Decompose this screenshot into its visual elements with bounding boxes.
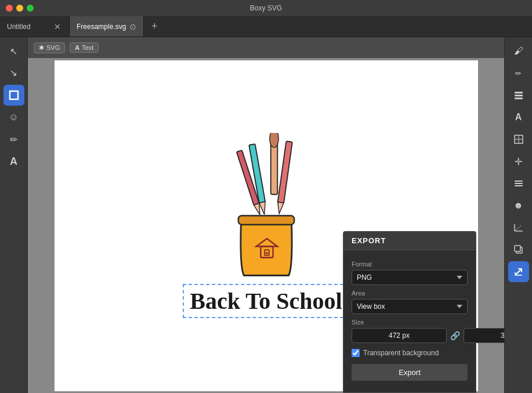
svg-line-25: [515, 225, 522, 231]
direct-select-icon: ↖: [10, 68, 17, 79]
tab-untitled-label: Untitled: [7, 23, 31, 31]
pen-icon: ✏: [10, 134, 17, 145]
rect-tool-button[interactable]: [3, 85, 24, 106]
canvas-text-element[interactable]: Back To School: [183, 284, 349, 318]
export-panel: EXPORT Format PNG SVG JPG PDF Area View …: [343, 231, 476, 393]
area-select[interactable]: View box Selection Page: [352, 299, 468, 314]
svg-rect-20: [515, 181, 523, 182]
svg-rect-9: [238, 216, 294, 225]
direct-select-tool-button[interactable]: ↖: [3, 63, 24, 84]
maximize-button[interactable]: [27, 5, 34, 12]
transparent-bg-row: Transparent background: [352, 349, 468, 357]
tab-freesample-refresh[interactable]: ⊙: [129, 22, 136, 31]
mask-icon: ☻: [513, 200, 523, 211]
tab-freesample-label: Freesample.svg: [77, 23, 126, 31]
width-input[interactable]: [352, 328, 447, 343]
window-controls[interactable]: [6, 5, 34, 12]
canvas-inner[interactable]: Back To School EXPORT Format PNG SVG JPG…: [28, 58, 504, 393]
resize-tool-button[interactable]: [508, 129, 529, 150]
font-icon: A: [515, 112, 522, 122]
font-tool-button[interactable]: A: [508, 107, 529, 128]
text-tool-button[interactable]: A: [3, 151, 24, 172]
pen-tool-button[interactable]: ✏: [3, 129, 24, 150]
size-label: Size: [352, 319, 468, 326]
svg-marker-6: [259, 202, 267, 215]
layers-tool-button[interactable]: [508, 85, 529, 106]
svg-rect-0: [10, 91, 18, 99]
format-select[interactable]: PNG SVG JPG PDF: [352, 270, 468, 285]
export-button[interactable]: Export: [352, 364, 468, 381]
export-tool-button[interactable]: [508, 261, 529, 282]
export-body: Format PNG SVG JPG PDF Area View box Sel…: [343, 250, 476, 387]
svg-rect-21: [515, 183, 523, 184]
text-tool-icon: A: [10, 156, 17, 168]
mask-tool-button[interactable]: ☻: [508, 195, 529, 216]
list-tool-button[interactable]: [508, 173, 529, 194]
canvas-text: Back To School: [190, 288, 342, 314]
tab-untitled[interactable]: Untitled ✕: [0, 16, 70, 37]
export-header: EXPORT: [343, 232, 476, 250]
symbol-icon: ☺: [9, 112, 18, 122]
svg-rect-22: [515, 185, 523, 186]
symbol-tool-button[interactable]: ☺: [3, 107, 24, 128]
link-dimensions-icon[interactable]: 🔗: [450, 331, 460, 340]
layers-icon: [513, 90, 524, 100]
svg-rect-3: [277, 141, 292, 203]
right-toolbar: 🖌 ✏ A ✛ ☻: [504, 37, 532, 393]
paint-icon: 🖌: [514, 46, 523, 56]
resize-icon: [513, 134, 524, 145]
svg-rect-16: [515, 98, 523, 99]
text-tag-icon: A: [75, 44, 79, 51]
export-button-label: Export: [399, 368, 421, 377]
canvas-area: ✱ SVG A Text: [28, 37, 504, 393]
select-icon: ↖: [10, 46, 17, 57]
height-input[interactable]: [464, 328, 504, 343]
pencil-tool-button[interactable]: ✏: [508, 63, 529, 84]
text-tag-label: Text: [82, 44, 93, 51]
close-button[interactable]: [6, 5, 13, 12]
pencil-icon: ✏: [515, 69, 522, 78]
transparent-bg-label: Transparent background: [363, 349, 439, 357]
tab-freesample[interactable]: Freesample.svg ⊙: [70, 16, 144, 37]
minimize-button[interactable]: [16, 5, 23, 12]
angle-icon: [513, 222, 524, 233]
svg-tag[interactable]: ✱ SVG: [34, 42, 65, 53]
svg-point-13: [266, 252, 268, 254]
rect-icon: [9, 90, 19, 100]
svg-rect-14: [515, 92, 523, 93]
svg-tag-label: SVG: [46, 44, 60, 51]
move-icon: ✛: [515, 156, 522, 167]
format-label: Format: [352, 261, 468, 268]
copy-tool-button[interactable]: [508, 239, 529, 260]
export-icon: [513, 266, 524, 277]
svg-tag-icon: ✱: [39, 44, 44, 52]
svg-marker-4: [276, 202, 283, 214]
app-title: Boxy SVG: [250, 4, 282, 12]
svg-rect-27: [515, 246, 520, 251]
left-toolbar: ↖ ↖ ☺ ✏ A: [0, 37, 28, 393]
text-tag[interactable]: A Text: [70, 42, 99, 53]
illustration-svg: [208, 133, 324, 284]
svg-rect-15: [515, 95, 523, 96]
transparent-bg-checkbox[interactable]: [352, 349, 360, 357]
list-icon: [513, 178, 524, 189]
move-tool-button[interactable]: ✛: [508, 151, 529, 172]
title-bar: Boxy SVG: [0, 0, 532, 16]
tab-add-button[interactable]: +: [144, 16, 165, 37]
copy-icon: [513, 244, 524, 255]
size-row: 🔗: [352, 328, 468, 343]
main-layout: ↖ ↖ ☺ ✏ A ✱ SVG A Text: [0, 37, 532, 393]
canvas-top-bar: ✱ SVG A Text: [28, 37, 504, 58]
paint-tool-button[interactable]: 🖌: [508, 41, 529, 62]
export-title: EXPORT: [352, 236, 386, 245]
tab-untitled-close[interactable]: ✕: [53, 22, 62, 31]
svg-point-2: [269, 133, 278, 147]
select-tool-button[interactable]: ↖: [3, 41, 24, 62]
angle-tool-button[interactable]: [508, 217, 529, 238]
tab-add-icon: +: [151, 20, 158, 33]
area-label: Area: [352, 290, 468, 297]
tab-bar: Untitled ✕ Freesample.svg ⊙ +: [0, 16, 532, 37]
